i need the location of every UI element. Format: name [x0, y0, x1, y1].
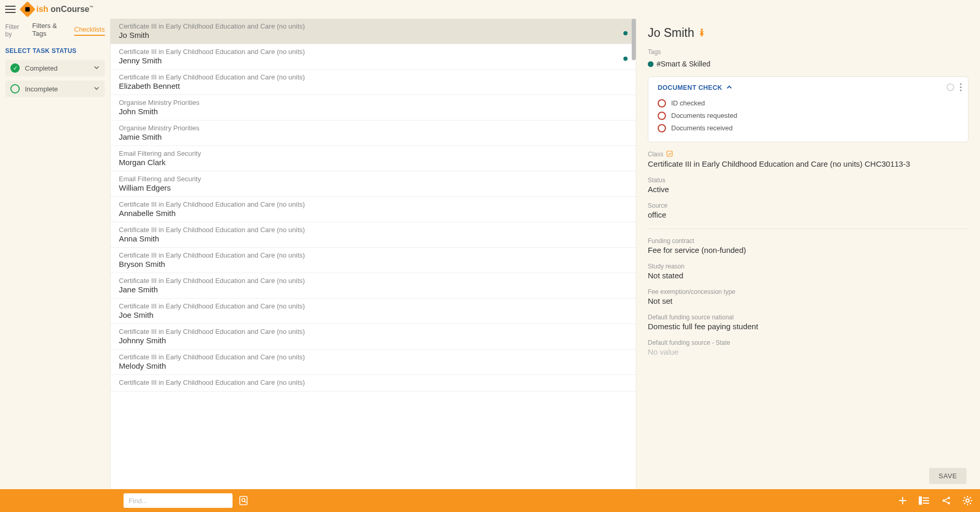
row-person: Annabelle Smith — [119, 209, 628, 218]
list-item[interactable]: Certificate III in Early Childhood Educa… — [111, 349, 636, 375]
list-item[interactable]: Certificate III in Early Childhood Educa… — [111, 324, 636, 349]
list-item[interactable]: Organise Ministry PrioritiesJamie Smith — [111, 120, 636, 146]
tab-filters-tags[interactable]: Filters & Tags — [32, 22, 65, 39]
svg-point-1 — [947, 84, 954, 90]
share-icon[interactable] — [942, 496, 951, 505]
svg-rect-10 — [923, 497, 929, 498]
edit-icon[interactable] — [666, 151, 673, 158]
list-item[interactable]: Certificate III in Early Childhood Educa… — [111, 273, 636, 299]
list-item[interactable]: Certificate III in Early Childhood Educa… — [111, 222, 636, 248]
field-label: Status — [648, 177, 969, 184]
tag-chip[interactable]: #Smart & Skilled — [648, 60, 710, 68]
svg-rect-12 — [923, 503, 929, 504]
chevron-up-icon — [726, 84, 732, 92]
check-label: Documents requested — [671, 112, 737, 119]
svg-point-15 — [948, 502, 950, 504]
add-icon[interactable] — [898, 496, 907, 505]
field-value: Active — [648, 185, 969, 194]
field-label: Funding contract — [648, 237, 969, 245]
check-item[interactable]: Documents received — [658, 122, 959, 134]
svg-line-23 — [964, 497, 965, 498]
main: Filter by Filters & Tags Checklists SELE… — [0, 19, 980, 489]
status-dot-icon — [623, 57, 628, 61]
brand-left: ish — [36, 5, 48, 14]
tag-dot-icon — [648, 61, 654, 67]
row-course: Organise Ministry Priorities — [119, 99, 628, 106]
row-course: Email Filtering and Security — [119, 150, 628, 157]
list-item[interactable]: Certificate III in Early Childhood Educa… — [111, 248, 636, 273]
field-value: Fee for service (non-funded) — [648, 246, 969, 254]
menu-icon[interactable] — [5, 6, 16, 13]
svg-point-3 — [960, 86, 962, 88]
search-input[interactable] — [124, 493, 233, 508]
incomplete-status-icon — [10, 84, 20, 93]
scrollbar-icon[interactable] — [632, 19, 636, 60]
list-item[interactable]: Organise Ministry PrioritiesJohn Smith — [111, 95, 636, 120]
row-person: John Smith — [119, 107, 628, 116]
row-person: Jo Smith — [119, 31, 628, 39]
svg-line-16 — [945, 498, 948, 500]
field-label: Fee exemption/concession type — [648, 288, 969, 295]
svg-rect-9 — [919, 496, 922, 505]
status-label: Completed — [25, 64, 58, 72]
check-item[interactable]: ID checked — [658, 97, 959, 110]
svg-line-8 — [244, 501, 246, 503]
columns-icon[interactable] — [919, 496, 930, 505]
list-item[interactable]: Certificate III in Early Childhood Educa… — [111, 299, 636, 324]
chevron-down-icon — [93, 85, 100, 93]
row-person: William Edgers — [119, 183, 628, 192]
row-course: Certificate III in Early Childhood Educa… — [119, 226, 628, 234]
tab-checklists[interactable]: Checklists — [74, 25, 105, 36]
row-person: Morgan Clark — [119, 158, 628, 167]
bottombar — [0, 489, 980, 512]
card-toggle[interactable]: DOCUMENT CHECK — [658, 84, 959, 92]
list-item[interactable]: Certificate III in Early Childhood Educa… — [111, 70, 636, 95]
field-label: Default funding source - State — [648, 339, 969, 346]
field-value: Certificate III in Early Childhood Educa… — [648, 159, 969, 168]
list-item[interactable]: Certificate III in Early Childhood Educa… — [111, 375, 636, 392]
row-person: Anna Smith — [119, 234, 628, 243]
gear-icon[interactable] — [962, 495, 973, 506]
tags-label: Tags — [648, 48, 969, 56]
svg-point-18 — [966, 499, 969, 502]
save-button[interactable]: SAVE — [929, 468, 967, 484]
list-item[interactable]: Certificate III in Early Childhood Educa… — [111, 19, 636, 44]
svg-rect-11 — [923, 500, 929, 501]
document-check-card: DOCUMENT CHECK ID checkedDocuments reque… — [648, 76, 969, 142]
detail-pane: Jo Smith Tags #Smart & Skilled DOCUMENT … — [636, 19, 980, 489]
field-value: No value — [648, 347, 969, 356]
field-label: Class — [648, 151, 969, 158]
field-label: Study reason — [648, 263, 969, 270]
row-person: Elizabeth Bennett — [119, 82, 628, 90]
svg-point-14 — [948, 497, 950, 499]
list-item[interactable]: Certificate III in Early Childhood Educa… — [111, 44, 636, 70]
section-title: SELECT TASK STATUS — [5, 47, 105, 55]
row-person: Bryson Smith — [119, 260, 628, 268]
row-person: Jane Smith — [119, 285, 628, 294]
circle-outline-icon[interactable] — [946, 83, 955, 93]
row-course: Certificate III in Early Childhood Educa… — [119, 328, 628, 335]
logo-mark-icon — [19, 1, 35, 17]
list-item[interactable]: Email Filtering and SecurityWilliam Edge… — [111, 171, 636, 197]
list-item[interactable]: Certificate III in Early Childhood Educa… — [111, 197, 636, 222]
svg-rect-6 — [240, 496, 247, 505]
field-label: Default funding source national — [648, 314, 969, 321]
unchecked-circle-icon — [658, 99, 666, 107]
svg-point-2 — [960, 83, 962, 85]
list-scroll[interactable]: Certificate III in Early Childhood Educa… — [111, 19, 636, 489]
check-item[interactable]: Documents requested — [658, 110, 959, 122]
svg-line-24 — [970, 503, 971, 504]
row-person: Joe Smith — [119, 311, 628, 319]
status-incomplete[interactable]: Incomplete — [5, 80, 105, 97]
find-magnify-icon[interactable] — [239, 495, 249, 506]
field-value: Domestic full fee paying student — [648, 322, 969, 331]
svg-point-4 — [960, 89, 962, 91]
row-person: Jenny Smith — [119, 56, 628, 65]
svg-line-17 — [945, 501, 948, 503]
more-vert-icon[interactable] — [960, 83, 962, 93]
svg-point-0 — [701, 29, 703, 31]
status-dot-icon — [623, 31, 628, 35]
list-item[interactable]: Email Filtering and SecurityMorgan Clark — [111, 146, 636, 171]
status-completed[interactable]: ✓Completed — [5, 60, 105, 76]
unchecked-circle-icon — [658, 112, 666, 120]
